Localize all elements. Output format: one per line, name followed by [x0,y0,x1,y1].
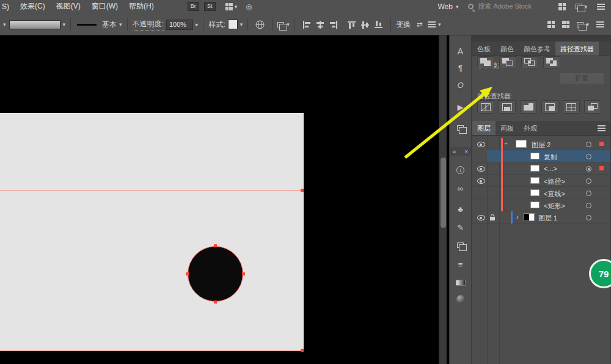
layer-name[interactable]: 图层 1 [538,214,557,223]
panel-grid-icon[interactable] [562,21,569,28]
tab-color-guide[interactable]: 颜色参考 [519,42,555,56]
bridge-button[interactable]: Br [188,2,199,11]
tab-swatches[interactable]: 色板 [472,42,496,56]
layer-thumbnail[interactable] [530,153,540,159]
minus-front-button[interactable] [499,56,516,68]
chevron-down-icon[interactable]: ▾ [63,21,66,27]
layer-row-group[interactable]: <...> [472,162,610,175]
layout-switcher[interactable]: ▾ [225,3,238,10]
target-circle[interactable] [586,203,591,208]
layer-row-rect[interactable]: <矩形> [472,199,610,211]
layer-name[interactable]: <...> [544,165,557,172]
arrange-docs-button[interactable]: ▾ [577,21,589,27]
opentype-panel-icon[interactable]: O [450,81,471,90]
visibility-eye-icon[interactable] [477,178,485,184]
visibility-eye-icon[interactable] [477,166,485,172]
layer-thumbnail[interactable] [524,213,535,221]
stroke-panel-icon[interactable]: ≡ [450,260,471,270]
transform-label[interactable]: 变换 [396,20,411,30]
selection-proxy[interactable] [599,142,604,146]
unite-button[interactable] [477,56,494,68]
target-circle-active[interactable] [586,166,591,172]
crop-button[interactable] [541,100,558,114]
align-middle-icon[interactable] [361,21,370,29]
visibility-eye-icon[interactable] [477,142,485,147]
trim-button[interactable] [499,100,516,114]
layer-thumbnail[interactable] [530,189,540,196]
fill-dropdown-icon[interactable]: ▾ [3,21,6,27]
selected-rect-bottom-edge[interactable] [0,351,304,351]
graphic-styles-panel-icon[interactable] [450,241,471,250]
align-left-icon[interactable] [302,21,311,29]
layer-name[interactable]: 图层 2 [532,140,551,150]
exclude-button[interactable] [543,56,560,68]
chevron-right-icon[interactable]: ▸ [196,21,199,27]
anchor-point[interactable] [186,272,189,275]
isolate-button[interactable]: ▾ [428,21,441,27]
align-right-icon[interactable] [329,21,338,29]
layer-name[interactable]: <路径> [544,177,565,186]
canvas[interactable] [0,35,449,364]
layer-thumbnail[interactable] [516,140,527,148]
target-circle[interactable] [586,178,591,184]
anchor-point[interactable] [301,349,304,352]
layer-row-layer1[interactable]: › 图层 1 [472,211,610,224]
anchor-point[interactable] [214,244,217,247]
shuffle-icon[interactable]: ⇄ [417,20,423,29]
workspace-grid-icon[interactable] [547,21,555,28]
layer-row-path[interactable]: <路径> [472,175,610,187]
expand-button[interactable]: 扩展 [559,72,604,84]
target-circle[interactable] [586,215,591,220]
chevron-right-icon[interactable]: › [516,213,519,220]
symbols-panel-icon[interactable]: ♣ [450,205,471,214]
document-setup-button[interactable]: ▾ [277,21,290,27]
layer-row-layer2[interactable]: › 图层 2 [472,138,610,150]
apps-grid-icon[interactable] [558,3,566,10]
info-panel-icon[interactable]: i [450,165,471,175]
menu-select[interactable]: S) [0,2,15,11]
outline-button[interactable] [563,100,580,114]
selected-line-path[interactable] [0,191,304,191]
workspace-switcher[interactable]: Web ▾ [437,2,458,11]
anchor-point[interactable] [301,189,304,192]
appearance-panel-icon[interactable] [450,295,471,306]
tab-pathfinder[interactable]: 路径查找器 [555,42,599,56]
opacity-label[interactable]: 不透明度: [133,19,164,31]
close-icon[interactable]: × [464,148,468,155]
target-circle[interactable] [586,191,591,196]
stock-search[interactable]: 搜索 Adobe Stock [468,2,558,11]
links-panel-icon[interactable]: ∞ [450,184,471,194]
chevron-down-icon[interactable]: ▾ [240,21,243,27]
style-swatch[interactable] [228,20,238,29]
paragraph-panel-icon[interactable]: ¶ [450,64,471,73]
layer-thumbnail[interactable] [530,165,540,172]
anchor-point[interactable] [242,272,245,275]
touch-workspace-icon[interactable]: ◎ [246,2,252,11]
opacity-input[interactable]: 100% [166,20,193,30]
vertical-scrollbar[interactable] [439,35,447,364]
globe-icon[interactable] [255,20,265,29]
stock-button[interactable]: St [204,2,216,11]
brush-selector[interactable]: 基本 ▾ [76,20,122,30]
layer-name[interactable]: 复制 [544,153,557,162]
collapse-icon[interactable]: « [453,148,456,155]
gradient-panel-icon[interactable] [450,278,471,288]
artboard[interactable] [0,113,304,351]
scrollbar-thumb[interactable] [441,158,446,228]
merge-button[interactable] [520,100,537,114]
menu-effect[interactable]: 效果(C) [15,1,51,12]
layer-thumbnail[interactable] [530,202,540,208]
controlbar-menu-icon[interactable] [596,21,604,27]
anchor-point[interactable] [214,300,217,304]
menu-window[interactable]: 窗口(W) [86,1,123,12]
align-top-icon[interactable] [348,21,356,29]
menu-view[interactable]: 视图(V) [51,1,86,12]
layer-name[interactable]: <矩形> [544,202,565,211]
selection-proxy[interactable] [599,166,604,170]
visibility-eye-icon[interactable] [477,215,485,220]
brushes-panel-icon[interactable]: ✎ [450,223,471,233]
menu-help[interactable]: 帮助(H) [123,1,159,12]
artboards-panel-icon[interactable] [450,123,471,133]
menu-icon[interactable] [597,4,605,10]
tab-appearance[interactable]: 外观 [519,121,542,135]
